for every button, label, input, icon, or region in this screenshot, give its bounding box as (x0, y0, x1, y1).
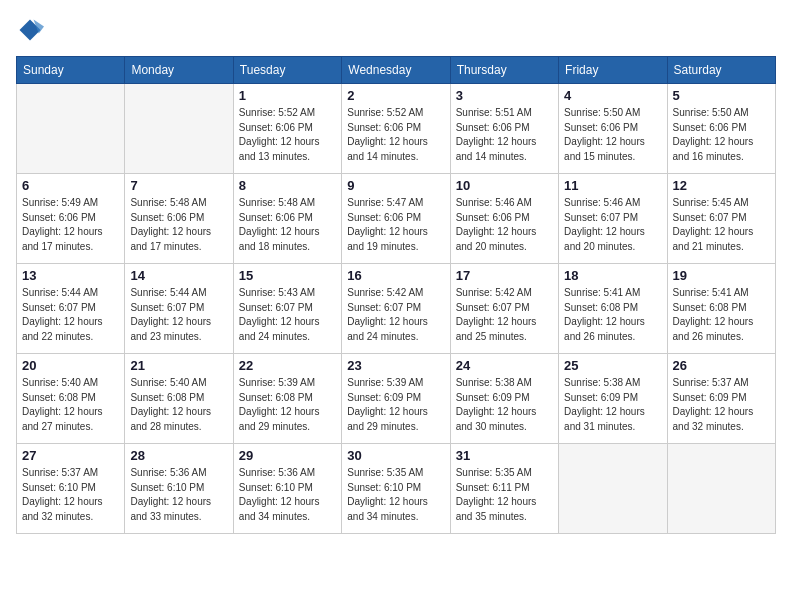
day-info: Sunrise: 5:36 AM Sunset: 6:10 PM Dayligh… (130, 466, 227, 524)
calendar-cell (17, 84, 125, 174)
calendar-cell: 23Sunrise: 5:39 AM Sunset: 6:09 PM Dayli… (342, 354, 450, 444)
day-info: Sunrise: 5:44 AM Sunset: 6:07 PM Dayligh… (130, 286, 227, 344)
weekday-header: Saturday (667, 57, 775, 84)
day-info: Sunrise: 5:38 AM Sunset: 6:09 PM Dayligh… (456, 376, 553, 434)
day-number: 27 (22, 448, 119, 463)
calendar-cell: 31Sunrise: 5:35 AM Sunset: 6:11 PM Dayli… (450, 444, 558, 534)
calendar-cell: 9Sunrise: 5:47 AM Sunset: 6:06 PM Daylig… (342, 174, 450, 264)
calendar-cell: 16Sunrise: 5:42 AM Sunset: 6:07 PM Dayli… (342, 264, 450, 354)
calendar-cell: 28Sunrise: 5:36 AM Sunset: 6:10 PM Dayli… (125, 444, 233, 534)
day-info: Sunrise: 5:41 AM Sunset: 6:08 PM Dayligh… (564, 286, 661, 344)
weekday-header-row: SundayMondayTuesdayWednesdayThursdayFrid… (17, 57, 776, 84)
day-number: 17 (456, 268, 553, 283)
day-number: 14 (130, 268, 227, 283)
day-info: Sunrise: 5:37 AM Sunset: 6:09 PM Dayligh… (673, 376, 770, 434)
day-number: 3 (456, 88, 553, 103)
calendar-cell: 3Sunrise: 5:51 AM Sunset: 6:06 PM Daylig… (450, 84, 558, 174)
day-number: 30 (347, 448, 444, 463)
day-info: Sunrise: 5:44 AM Sunset: 6:07 PM Dayligh… (22, 286, 119, 344)
day-info: Sunrise: 5:42 AM Sunset: 6:07 PM Dayligh… (456, 286, 553, 344)
calendar-cell: 17Sunrise: 5:42 AM Sunset: 6:07 PM Dayli… (450, 264, 558, 354)
calendar-cell: 20Sunrise: 5:40 AM Sunset: 6:08 PM Dayli… (17, 354, 125, 444)
day-number: 6 (22, 178, 119, 193)
calendar-cell: 8Sunrise: 5:48 AM Sunset: 6:06 PM Daylig… (233, 174, 341, 264)
calendar-week-row: 6Sunrise: 5:49 AM Sunset: 6:06 PM Daylig… (17, 174, 776, 264)
day-info: Sunrise: 5:40 AM Sunset: 6:08 PM Dayligh… (22, 376, 119, 434)
day-info: Sunrise: 5:35 AM Sunset: 6:11 PM Dayligh… (456, 466, 553, 524)
calendar-cell: 19Sunrise: 5:41 AM Sunset: 6:08 PM Dayli… (667, 264, 775, 354)
day-info: Sunrise: 5:52 AM Sunset: 6:06 PM Dayligh… (347, 106, 444, 164)
day-number: 11 (564, 178, 661, 193)
day-info: Sunrise: 5:39 AM Sunset: 6:09 PM Dayligh… (347, 376, 444, 434)
calendar-week-row: 13Sunrise: 5:44 AM Sunset: 6:07 PM Dayli… (17, 264, 776, 354)
day-info: Sunrise: 5:43 AM Sunset: 6:07 PM Dayligh… (239, 286, 336, 344)
day-number: 8 (239, 178, 336, 193)
calendar-cell: 18Sunrise: 5:41 AM Sunset: 6:08 PM Dayli… (559, 264, 667, 354)
calendar-cell: 5Sunrise: 5:50 AM Sunset: 6:06 PM Daylig… (667, 84, 775, 174)
day-info: Sunrise: 5:48 AM Sunset: 6:06 PM Dayligh… (130, 196, 227, 254)
day-number: 31 (456, 448, 553, 463)
weekday-header: Sunday (17, 57, 125, 84)
weekday-header: Wednesday (342, 57, 450, 84)
day-info: Sunrise: 5:36 AM Sunset: 6:10 PM Dayligh… (239, 466, 336, 524)
day-number: 24 (456, 358, 553, 373)
day-number: 7 (130, 178, 227, 193)
day-info: Sunrise: 5:39 AM Sunset: 6:08 PM Dayligh… (239, 376, 336, 434)
calendar-cell: 10Sunrise: 5:46 AM Sunset: 6:06 PM Dayli… (450, 174, 558, 264)
day-number: 9 (347, 178, 444, 193)
page-header (16, 16, 776, 44)
day-number: 29 (239, 448, 336, 463)
day-number: 21 (130, 358, 227, 373)
day-number: 4 (564, 88, 661, 103)
calendar-cell: 2Sunrise: 5:52 AM Sunset: 6:06 PM Daylig… (342, 84, 450, 174)
calendar-cell: 29Sunrise: 5:36 AM Sunset: 6:10 PM Dayli… (233, 444, 341, 534)
day-info: Sunrise: 5:47 AM Sunset: 6:06 PM Dayligh… (347, 196, 444, 254)
day-number: 2 (347, 88, 444, 103)
day-number: 20 (22, 358, 119, 373)
day-info: Sunrise: 5:51 AM Sunset: 6:06 PM Dayligh… (456, 106, 553, 164)
calendar-cell: 4Sunrise: 5:50 AM Sunset: 6:06 PM Daylig… (559, 84, 667, 174)
calendar-week-row: 27Sunrise: 5:37 AM Sunset: 6:10 PM Dayli… (17, 444, 776, 534)
day-info: Sunrise: 5:42 AM Sunset: 6:07 PM Dayligh… (347, 286, 444, 344)
weekday-header: Monday (125, 57, 233, 84)
day-number: 22 (239, 358, 336, 373)
weekday-header: Thursday (450, 57, 558, 84)
day-number: 1 (239, 88, 336, 103)
day-number: 26 (673, 358, 770, 373)
logo-icon (16, 16, 44, 44)
calendar-cell (667, 444, 775, 534)
weekday-header: Friday (559, 57, 667, 84)
calendar-cell: 25Sunrise: 5:38 AM Sunset: 6:09 PM Dayli… (559, 354, 667, 444)
calendar-cell: 24Sunrise: 5:38 AM Sunset: 6:09 PM Dayli… (450, 354, 558, 444)
calendar-week-row: 20Sunrise: 5:40 AM Sunset: 6:08 PM Dayli… (17, 354, 776, 444)
day-info: Sunrise: 5:37 AM Sunset: 6:10 PM Dayligh… (22, 466, 119, 524)
logo (16, 16, 48, 44)
calendar-cell: 7Sunrise: 5:48 AM Sunset: 6:06 PM Daylig… (125, 174, 233, 264)
day-number: 10 (456, 178, 553, 193)
calendar-cell: 12Sunrise: 5:45 AM Sunset: 6:07 PM Dayli… (667, 174, 775, 264)
day-info: Sunrise: 5:41 AM Sunset: 6:08 PM Dayligh… (673, 286, 770, 344)
day-number: 16 (347, 268, 444, 283)
calendar-cell (125, 84, 233, 174)
calendar-cell: 26Sunrise: 5:37 AM Sunset: 6:09 PM Dayli… (667, 354, 775, 444)
calendar-cell: 22Sunrise: 5:39 AM Sunset: 6:08 PM Dayli… (233, 354, 341, 444)
calendar-cell: 6Sunrise: 5:49 AM Sunset: 6:06 PM Daylig… (17, 174, 125, 264)
day-info: Sunrise: 5:35 AM Sunset: 6:10 PM Dayligh… (347, 466, 444, 524)
day-number: 25 (564, 358, 661, 373)
day-info: Sunrise: 5:50 AM Sunset: 6:06 PM Dayligh… (673, 106, 770, 164)
day-number: 15 (239, 268, 336, 283)
weekday-header: Tuesday (233, 57, 341, 84)
calendar-cell: 13Sunrise: 5:44 AM Sunset: 6:07 PM Dayli… (17, 264, 125, 354)
day-number: 18 (564, 268, 661, 283)
calendar-cell: 14Sunrise: 5:44 AM Sunset: 6:07 PM Dayli… (125, 264, 233, 354)
calendar-cell: 1Sunrise: 5:52 AM Sunset: 6:06 PM Daylig… (233, 84, 341, 174)
day-number: 23 (347, 358, 444, 373)
day-number: 5 (673, 88, 770, 103)
day-info: Sunrise: 5:49 AM Sunset: 6:06 PM Dayligh… (22, 196, 119, 254)
day-info: Sunrise: 5:40 AM Sunset: 6:08 PM Dayligh… (130, 376, 227, 434)
day-info: Sunrise: 5:46 AM Sunset: 6:07 PM Dayligh… (564, 196, 661, 254)
calendar-cell (559, 444, 667, 534)
day-number: 12 (673, 178, 770, 193)
day-info: Sunrise: 5:48 AM Sunset: 6:06 PM Dayligh… (239, 196, 336, 254)
day-number: 13 (22, 268, 119, 283)
